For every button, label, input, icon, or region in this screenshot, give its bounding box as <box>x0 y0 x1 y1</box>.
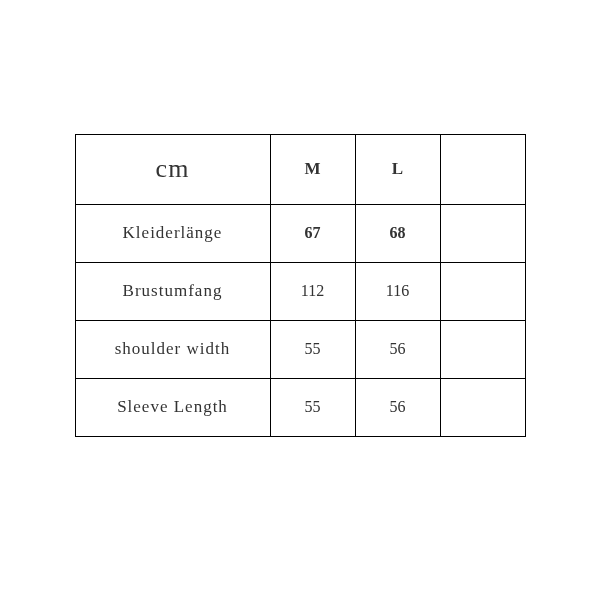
column-header-m: M <box>270 134 355 204</box>
cell-value: 67 <box>270 204 355 262</box>
size-chart: cm M L Kleiderlänge 67 68 Brustumfang 11… <box>75 134 526 437</box>
row-label: shoulder width <box>75 320 270 378</box>
size-table: cm M L Kleiderlänge 67 68 Brustumfang 11… <box>75 134 526 437</box>
table-header-row: cm M L <box>75 134 525 204</box>
row-label: Brustumfang <box>75 262 270 320</box>
table-row: shoulder width 55 56 <box>75 320 525 378</box>
unit-label-cell: cm <box>75 134 270 204</box>
empty-cell <box>440 204 525 262</box>
cell-value: 68 <box>355 204 440 262</box>
empty-header-cell <box>440 134 525 204</box>
table-row: Kleiderlänge 67 68 <box>75 204 525 262</box>
cell-value: 55 <box>270 378 355 436</box>
cell-value: 116 <box>355 262 440 320</box>
cell-value: 56 <box>355 320 440 378</box>
empty-cell <box>440 262 525 320</box>
table-row: Brustumfang 112 116 <box>75 262 525 320</box>
cell-value: 55 <box>270 320 355 378</box>
empty-cell <box>440 320 525 378</box>
row-label: Sleeve Length <box>75 378 270 436</box>
empty-cell <box>440 378 525 436</box>
cell-value: 56 <box>355 378 440 436</box>
column-header-l: L <box>355 134 440 204</box>
cell-value: 112 <box>270 262 355 320</box>
table-row: Sleeve Length 55 56 <box>75 378 525 436</box>
row-label: Kleiderlänge <box>75 204 270 262</box>
